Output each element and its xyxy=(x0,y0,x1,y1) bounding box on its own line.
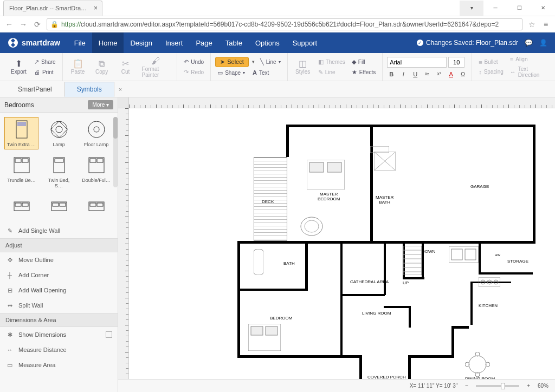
menu-support[interactable]: Support xyxy=(286,32,324,53)
menu-options[interactable]: Options xyxy=(249,32,286,53)
underline-button[interactable]: U xyxy=(411,71,420,77)
text-button[interactable]: AText xyxy=(250,68,271,77)
person-icon[interactable]: ▾ xyxy=(460,1,483,16)
menu-home[interactable]: Home xyxy=(92,32,124,53)
measure-distance[interactable]: ↔Measure Distance xyxy=(0,342,118,357)
format-painter-button[interactable]: 🖌Format Painter xyxy=(139,55,173,79)
zoom-slider[interactable] xyxy=(476,385,519,387)
svg-rect-8 xyxy=(15,159,21,162)
font-size-input[interactable] xyxy=(448,57,464,68)
font-color-button[interactable]: A xyxy=(447,71,455,77)
themes-button[interactable]: ◧Themes xyxy=(316,57,347,67)
user-icon[interactable]: 👤 xyxy=(539,39,547,47)
select-button[interactable]: ➤Select xyxy=(215,57,249,67)
font-select[interactable] xyxy=(387,57,447,68)
tab-symbols[interactable]: Symbols xyxy=(64,82,114,97)
back-icon[interactable]: ← xyxy=(4,20,14,29)
measure-area[interactable]: ▭Measure Area xyxy=(0,357,118,373)
symbol-item-9[interactable] xyxy=(79,194,113,219)
fill-icon: ◆ xyxy=(352,58,356,66)
add-corner[interactable]: ┼Add Corner xyxy=(0,267,118,283)
line-button[interactable]: ╲Line▾ xyxy=(258,57,283,67)
menu-table[interactable]: Table xyxy=(219,32,249,53)
close-icon[interactable]: ✕ xyxy=(531,1,555,16)
browser-tab[interactable]: Floor_Plan.sdr -- SmartDra… × xyxy=(3,1,102,16)
styles-button[interactable]: ◫Styles xyxy=(292,58,314,76)
symbol-scrollbar[interactable] xyxy=(113,117,118,187)
reload-icon[interactable]: ⟳ xyxy=(33,20,42,29)
tab-close-icon[interactable]: × xyxy=(114,83,126,96)
dimensions-section: Dimensions & Area xyxy=(0,313,118,327)
spacing-button[interactable]: ↕Spacing xyxy=(476,68,506,76)
corner-icon: ┼ xyxy=(5,272,14,278)
bullet-button[interactable]: ≡Bullet xyxy=(476,58,506,67)
symbol-item-8[interactable] xyxy=(42,194,76,219)
paste-button[interactable]: 📋Paste xyxy=(67,58,89,76)
minimize-icon[interactable]: ─ xyxy=(483,1,507,16)
export-button[interactable]: ⬆Export xyxy=(8,58,30,76)
symbol-twin-s[interactable]: Twin Bed, S… xyxy=(42,153,76,191)
line-style-button[interactable]: ✎Line xyxy=(316,68,347,77)
split-wall[interactable]: ⇹Split Wall xyxy=(0,298,118,313)
shape-button[interactable]: ▭Shape▾ xyxy=(215,68,247,77)
redo-button[interactable]: ↷Redo xyxy=(182,68,206,77)
cut-button[interactable]: ✂Cut xyxy=(115,58,137,76)
symbol-double[interactable]: Double/Ful… xyxy=(79,153,113,191)
effects-button[interactable]: ★Effects xyxy=(350,68,378,77)
show-dim-checkbox[interactable] xyxy=(106,331,112,338)
symbol-floor-lamp[interactable]: Floor Lamp xyxy=(79,117,113,149)
menu-icon[interactable]: ≡ xyxy=(541,20,551,29)
superscript-button[interactable]: x² xyxy=(435,71,443,77)
menu-insert[interactable]: Insert xyxy=(159,32,190,53)
share-button[interactable]: ↗Share xyxy=(32,57,58,67)
more-button[interactable]: More ▾ xyxy=(88,100,113,109)
zoom-out-icon[interactable]: − xyxy=(465,383,468,389)
tab-title: Floor_Plan.sdr -- SmartDra… xyxy=(9,5,87,11)
coords-readout: X= 11' 11" Y= 10' 3" xyxy=(410,383,458,389)
svg-rect-27 xyxy=(327,162,341,172)
symbol-twin-extra[interactable]: Twin Extra … xyxy=(4,117,38,149)
undo-icon: ↶ xyxy=(184,58,189,66)
move-outline[interactable]: ✥Move Outline xyxy=(0,252,118,267)
add-single-wall[interactable]: ✎Add Single Wall xyxy=(0,223,118,238)
maximize-icon[interactable]: ☐ xyxy=(507,1,531,16)
ruler-icon: ↔ xyxy=(5,347,14,353)
lock-icon: 🔒 xyxy=(50,21,59,28)
close-tab-icon[interactable]: × xyxy=(94,4,98,12)
horizontal-ruler xyxy=(118,97,555,108)
canvas[interactable]: DECK MASTER BEDROOM MASTER BATH GARAGE B… xyxy=(129,108,555,379)
area-icon: ▭ xyxy=(5,362,14,369)
copy-button[interactable]: ⧉Copy xyxy=(91,58,113,76)
brand-name: smartdraw xyxy=(22,38,60,47)
symbol-trundle[interactable]: Trundle Be… xyxy=(4,153,38,191)
show-dimensions[interactable]: ✱Show Dimensions xyxy=(0,327,118,342)
bed-icon xyxy=(14,157,30,173)
select-dropdown-icon[interactable]: ▾ xyxy=(252,59,255,64)
symbol-lamp[interactable]: Lamp xyxy=(42,117,76,149)
save-status: ✓ Changes Saved: Floor_Plan.sdr xyxy=(417,39,518,47)
align-button[interactable]: ≡Align xyxy=(508,55,547,64)
text-direction-button[interactable]: ↔Text Direction xyxy=(508,65,547,79)
symbol-button[interactable]: Ω xyxy=(459,71,467,77)
menu-design[interactable]: Design xyxy=(124,32,158,53)
undo-button[interactable]: ↶Undo xyxy=(182,57,206,67)
bold-button[interactable]: B xyxy=(387,71,396,77)
redo-icon: ↷ xyxy=(184,69,189,76)
forward-icon[interactable]: → xyxy=(18,20,28,29)
tub-icon xyxy=(300,215,324,237)
subscript-button[interactable]: x₂ xyxy=(423,71,431,77)
zoom-in-icon[interactable]: + xyxy=(527,383,530,389)
help-icon[interactable]: 💬 xyxy=(525,39,533,47)
sidebar: Bedrooms More ▾ Twin Extra … Lamp Floor … xyxy=(0,97,118,392)
menu-file[interactable]: File xyxy=(68,32,92,53)
bookmark-icon[interactable]: ☆ xyxy=(527,20,537,29)
add-wall-opening[interactable]: ⊟Add Wall Opening xyxy=(0,283,118,298)
symbol-item-7[interactable] xyxy=(4,194,38,219)
floor-plan[interactable]: DECK MASTER BEDROOM MASTER BATH GARAGE B… xyxy=(178,119,541,379)
print-button[interactable]: 🖨Print xyxy=(32,68,58,76)
menu-page[interactable]: Page xyxy=(189,32,218,53)
url-bar[interactable]: 🔒 https://cloud.smartdraw.com/editor.asp… xyxy=(47,18,522,30)
fill-button[interactable]: ◆Fill xyxy=(350,57,378,67)
tab-smartpanel[interactable]: SmartPanel xyxy=(5,82,64,97)
italic-button[interactable]: I xyxy=(399,71,408,77)
